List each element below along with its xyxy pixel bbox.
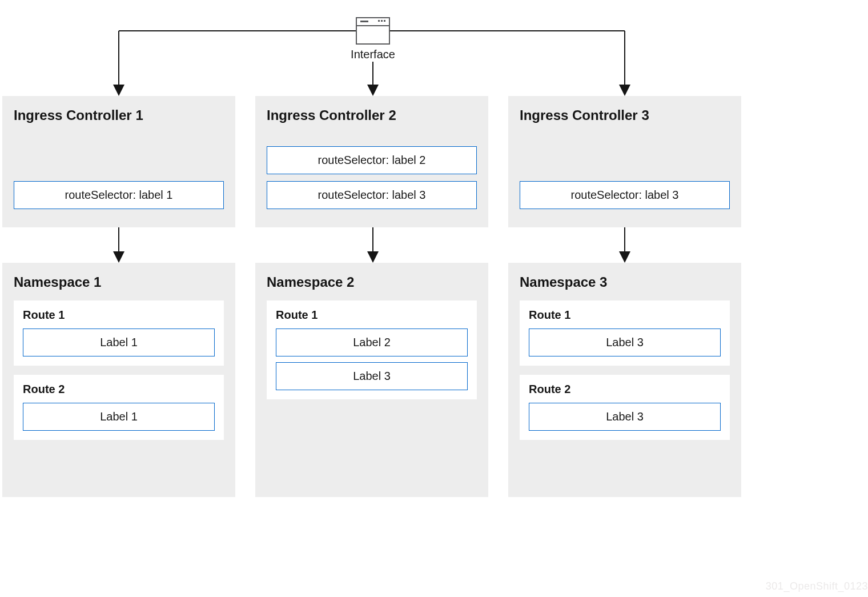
ingress-controller-3-box: Ingress Controller 3 routeSelector: labe… — [508, 96, 741, 227]
route-selector-chip: routeSelector: label 3 — [520, 181, 730, 209]
namespace-2-box: Namespace 2 Route 1 Label 2 Label 3 — [255, 263, 488, 497]
route-box: Route 2 Label 1 — [14, 375, 224, 440]
route-title: Route 1 — [529, 308, 721, 322]
watermark-text: 301_OpenShift_0123 — [766, 580, 868, 592]
route-title: Route 1 — [276, 308, 468, 322]
route-selector-chip: routeSelector: label 1 — [14, 181, 224, 209]
ingress-controller-2-title: Ingress Controller 2 — [267, 107, 477, 123]
route-title: Route 2 — [23, 383, 215, 396]
namespace-2-title: Namespace 2 — [267, 274, 477, 290]
interface-label: Interface — [343, 48, 403, 61]
namespace-3-box: Namespace 3 Route 1 Label 3 Route 2 Labe… — [508, 263, 741, 497]
route-box: Route 2 Label 3 — [520, 375, 730, 440]
namespace-3-title: Namespace 3 — [520, 274, 730, 290]
interface-icon — [356, 17, 390, 45]
ingress-controller-2-box: Ingress Controller 2 routeSelector: labe… — [255, 96, 488, 227]
route-box: Route 1 Label 1 — [14, 300, 224, 366]
namespace-1-box: Namespace 1 Route 1 Label 1 Route 2 Labe… — [2, 263, 235, 497]
route-title: Route 1 — [23, 308, 215, 322]
label-chip: Label 2 — [276, 328, 468, 356]
route-selector-chip: routeSelector: label 3 — [267, 181, 477, 209]
route-box: Route 1 Label 2 Label 3 — [267, 300, 477, 399]
route-box: Route 1 Label 3 — [520, 300, 730, 366]
ingress-controller-1-box: Ingress Controller 1 routeSelector: labe… — [2, 96, 235, 227]
ingress-controller-3-title: Ingress Controller 3 — [520, 107, 730, 123]
ingress-controller-1-title: Ingress Controller 1 — [14, 107, 224, 123]
route-selector-chip: routeSelector: label 2 — [267, 146, 477, 174]
namespace-1-title: Namespace 1 — [14, 274, 224, 290]
label-chip: Label 3 — [529, 328, 721, 356]
route-title: Route 2 — [529, 383, 721, 396]
label-chip: Label 1 — [23, 328, 215, 356]
label-chip: Label 1 — [23, 403, 215, 431]
label-chip: Label 3 — [529, 403, 721, 431]
label-chip: Label 3 — [276, 362, 468, 390]
